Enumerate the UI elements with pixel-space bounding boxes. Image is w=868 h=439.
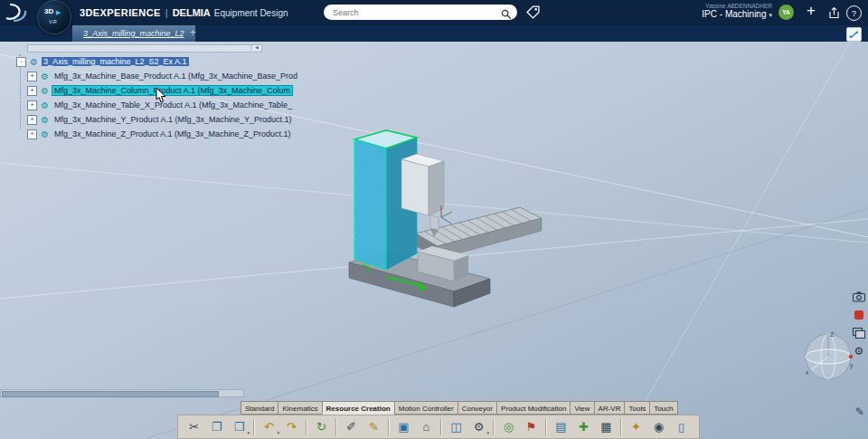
milling-machine-model[interactable] bbox=[335, 118, 561, 326]
tree-node-label: 3_Axis_milling_machine_L2_S2_Ex A.1 bbox=[42, 57, 189, 66]
search-icon[interactable] bbox=[501, 7, 512, 24]
3dexperience-compass-icon[interactable]: 3D ▶ V.R bbox=[37, 0, 71, 34]
tab-motion-controller[interactable]: Motion Controller bbox=[394, 401, 458, 415]
app-title: 3DEXPERIENCE|DELMIAEquipment Design bbox=[80, 7, 288, 18]
compass-x-label: x bbox=[806, 369, 809, 376]
new-frame-button[interactable]: ▣ bbox=[393, 417, 414, 437]
expand-icon[interactable]: + bbox=[27, 100, 37, 110]
settings-button[interactable]: ⚙▾ bbox=[468, 417, 489, 437]
tab-touch[interactable]: Touch bbox=[649, 401, 677, 415]
tab-kinematics[interactable]: Kinematics bbox=[278, 401, 321, 415]
toolbar-divider bbox=[545, 419, 547, 435]
tab-3-axis-milling-machine[interactable]: 3_Axis_milling_machine_L2 bbox=[72, 25, 195, 42]
workbench-tab-strip: Standard Kinematics Resource Creation Mo… bbox=[241, 401, 678, 415]
screen-tool-button[interactable]: ▯ bbox=[671, 417, 692, 437]
expand-icon[interactable]: + bbox=[27, 72, 37, 81]
toolbar-divider bbox=[493, 419, 495, 435]
tab-view[interactable]: View bbox=[570, 401, 593, 415]
record-icon[interactable] bbox=[852, 308, 866, 321]
chevron-down-icon[interactable]: ▾ bbox=[277, 430, 279, 435]
tab-conveyor[interactable]: Conveyor bbox=[458, 401, 496, 415]
add-content-button[interactable]: + bbox=[807, 2, 816, 20]
scroll-left-icon[interactable]: ◀ bbox=[251, 45, 261, 50]
annotate-button[interactable]: ✎ bbox=[363, 417, 384, 437]
toolbar-divider bbox=[388, 419, 390, 435]
product-root-icon: ⚙ bbox=[30, 57, 38, 67]
action-toolbar: ✂ ❐ ❒▾ ↶▾ ↷ ↻ ✐ ✎ ▣ ⌂ ◫ ⚙▾ ◎ ⚑ ▤ ✚ ▦ ✦ bbox=[177, 415, 700, 439]
compass-z-label: Z bbox=[830, 331, 835, 338]
product-icon: ⚙ bbox=[41, 72, 49, 81]
paste-button[interactable]: ❒▾ bbox=[229, 417, 250, 437]
share-icon[interactable] bbox=[828, 6, 840, 23]
compass-badge-sublabel: V.R bbox=[49, 19, 57, 24]
tree-scrollbar[interactable]: ◀ bbox=[27, 44, 262, 52]
star-button[interactable]: ✦ bbox=[626, 417, 646, 437]
search-input[interactable] bbox=[331, 5, 495, 20]
camera-tool-button[interactable]: ◉ bbox=[648, 417, 669, 437]
tab-resource-creation[interactable]: Resource Creation bbox=[322, 401, 394, 415]
tree-node-z[interactable]: + ⚙ Mfg_3x_Machine_Z_Product A.1 (Mfg_3x… bbox=[13, 127, 299, 141]
tree-node-base[interactable]: + ⚙ Mfg_3x_Machine_Base_Product A.1 (Mfg… bbox=[13, 69, 299, 83]
brand-name: 3DEXPERIENCE bbox=[80, 7, 161, 18]
viewport-side-toolbar: ⚙ bbox=[852, 290, 866, 358]
tab-tools[interactable]: Tools bbox=[624, 401, 649, 415]
home-button[interactable]: ⌂ bbox=[416, 417, 437, 437]
tab-ar-vr[interactable]: AR-VR bbox=[594, 401, 625, 415]
tab-product-modification[interactable]: Product Modification bbox=[496, 401, 570, 415]
document-tab-label: 3_Axis_milling_machine_L2 bbox=[83, 29, 184, 38]
product-icon: ⚙ bbox=[41, 100, 49, 110]
expand-icon[interactable]: + bbox=[27, 86, 37, 96]
collapse-icon[interactable]: - bbox=[16, 57, 26, 67]
tree-node-label: Mfg_3x_Machine_Table_X_Product A.1 (Mfg_… bbox=[52, 100, 294, 110]
chevron-down-icon: ▾ bbox=[769, 12, 772, 18]
flag-button[interactable]: ⚑ bbox=[521, 417, 542, 437]
3d-viewport[interactable]: ◀ - ⚙ 3_Axis_milling_machine_L2_S2_Ex A.… bbox=[0, 42, 868, 439]
document-tab-bar: 3_Axis_milling_machine_L2 + bbox=[0, 25, 868, 42]
product-icon: ⚙ bbox=[41, 86, 49, 96]
toolbar-divider bbox=[253, 419, 255, 435]
redo-button[interactable]: ↷ bbox=[281, 417, 302, 437]
toolbar-divider bbox=[440, 419, 442, 435]
undo-button[interactable]: ↶▾ bbox=[259, 417, 279, 437]
media-player-icon[interactable] bbox=[852, 326, 866, 339]
copy-button[interactable]: ❐ bbox=[206, 417, 227, 437]
app-name: DELMIA bbox=[173, 7, 211, 18]
tree-node-label: Mfg_3x_Machine_Base_Product A.1 (Mfg_3x_… bbox=[52, 72, 299, 81]
toolbar-divider bbox=[335, 419, 337, 435]
cut-button[interactable]: ✂ bbox=[184, 417, 204, 437]
workspace-selector[interactable]: Yassine ABDENNADHER IPC - Machining▾ bbox=[702, 3, 772, 19]
tree-node-label-selected: Mfg_3x_Machine_Column_Product A.1 (Mfg_3… bbox=[52, 86, 292, 95]
capture-camera-icon[interactable] bbox=[852, 290, 866, 303]
refresh-button[interactable]: ↻ bbox=[311, 417, 332, 437]
sketch-pencil-icon[interactable]: ✎ bbox=[855, 406, 864, 418]
scrollbar-thumb[interactable] bbox=[2, 391, 219, 397]
tab-standard[interactable]: Standard bbox=[241, 401, 278, 415]
new-tab-button[interactable]: + bbox=[190, 26, 196, 39]
maximize-viewport-button[interactable] bbox=[846, 27, 862, 42]
chevron-down-icon[interactable]: ▾ bbox=[247, 430, 250, 435]
tree-node-root[interactable]: - ⚙ 3_Axis_milling_machine_L2_S2_Ex A.1 bbox=[13, 54, 299, 69]
grid-button[interactable]: ▦ bbox=[596, 417, 617, 437]
layers-button[interactable]: ▤ bbox=[551, 417, 571, 437]
expand-icon[interactable]: + bbox=[27, 115, 37, 125]
application-window: 3D ▶ V.R 3DEXPERIENCE|DELMIAEquipment De… bbox=[0, 0, 868, 439]
view-compass[interactable]: Z x y bbox=[799, 329, 857, 382]
compass-y-label: y bbox=[850, 362, 854, 369]
user-name: Yassine ABDENNADHER bbox=[702, 3, 772, 9]
chevron-down-icon[interactable]: ▾ bbox=[486, 430, 489, 435]
horizontal-scrollbar[interactable] bbox=[0, 389, 244, 397]
split-view-button[interactable]: ◫ bbox=[446, 417, 467, 437]
avatar[interactable]: YA bbox=[778, 5, 794, 20]
tree-node-y[interactable]: + ⚙ Mfg_3x_Machine_Y_Product A.1 (Mfg_3x… bbox=[13, 112, 299, 127]
measure-button[interactable]: ✐ bbox=[341, 417, 362, 437]
toolbar-divider bbox=[620, 419, 622, 435]
tag-icon[interactable] bbox=[526, 5, 540, 19]
add-button[interactable]: ✚ bbox=[573, 417, 594, 437]
toolbar-divider bbox=[306, 419, 307, 435]
viewport-settings-gear-icon[interactable]: ⚙ bbox=[852, 344, 866, 358]
help-button[interactable]: ? bbox=[846, 5, 862, 21]
target-button[interactable]: ◎ bbox=[498, 417, 519, 437]
tree-node-label: Mfg_3x_Machine_Z_Product A.1 (Mfg_3x_Mac… bbox=[52, 129, 293, 138]
tree-node-label: Mfg_3x_Machine_Y_Product A.1 (Mfg_3x_Mac… bbox=[52, 115, 294, 124]
expand-icon[interactable]: + bbox=[27, 129, 37, 139]
